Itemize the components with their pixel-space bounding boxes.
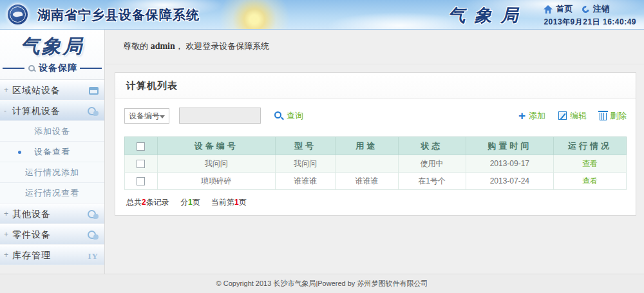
equipment-table: 设备编号 型号 用途 状态 购置时间 运行情况 我问问 我问问 使用中 2013… — [124, 137, 627, 190]
submenu-label: 设备查看 — [34, 147, 70, 156]
nav-home-link[interactable]: 首页 — [556, 3, 573, 15]
row-checkbox[interactable] — [137, 177, 145, 185]
table-header-row: 设备编号 型号 用途 状态 购置时间 运行情况 — [125, 137, 627, 155]
sidebar-subitem-add-run-status[interactable]: 运行情况添加 — [0, 162, 104, 183]
system-title: 湖南省宁乡县设备保障系统 — [37, 6, 200, 24]
footer: © Copyright 2013 长沙市气象局|Powered by 苏州梦图软… — [0, 274, 644, 293]
delete-button[interactable]: 删除 — [600, 110, 627, 122]
refresh-icon — [581, 4, 591, 14]
bureau-emblem-logo — [6, 3, 29, 26]
view-link[interactable]: 查看 — [582, 176, 598, 185]
sidebar-menu: + 区域站设备 - 计算机设备 添加设备 设备查看 运行情况添加 运行情况查看 — [0, 79, 104, 265]
cell-model: 我问问 — [275, 155, 335, 173]
total-records-count: 2 — [142, 198, 146, 207]
submenu-label: 运行情况添加 — [25, 167, 79, 177]
greeting-username: admin — [151, 41, 175, 51]
column-header-use: 用途 — [336, 137, 398, 155]
search-input[interactable] — [179, 108, 261, 124]
expand-plus-indicator: + — [4, 225, 8, 245]
cell-purchase-date: 2013-09-17 — [466, 155, 553, 173]
column-header-run-status: 运行情况 — [554, 137, 627, 155]
expand-plus-indicator: + — [4, 204, 8, 224]
header-datetime: 2013年9月21日 16:40:49 — [544, 17, 636, 28]
greeting-prefix: 尊敬的 — [123, 41, 151, 51]
expand-plus-indicator: + — [4, 245, 8, 265]
search-button-label: 查询 — [287, 110, 303, 122]
collapse-minus-indicator: - — [4, 101, 6, 121]
cell-status: 在1号个 — [398, 173, 466, 190]
sidebar-item-computer-equipment[interactable]: - 计算机设备 — [0, 100, 104, 121]
column-header-code: 设备编号 — [157, 137, 275, 155]
divider — [80, 68, 102, 69]
computer-list-panel: 计算机列表 设备编号 查询 添加 编辑 — [115, 72, 636, 216]
trash-icon — [600, 113, 607, 120]
cell-model: 谁谁谁 — [275, 173, 335, 190]
select-all-checkbox[interactable] — [137, 142, 145, 151]
panel-toolbar: 设备编号 查询 添加 编辑 删除 — [115, 99, 636, 130]
sidebar-item-label: 零件设备 — [12, 225, 51, 245]
sidebar-item-label: 区域站设备 — [12, 80, 61, 100]
magnifier-icon — [28, 65, 35, 71]
tools-icon — [88, 246, 99, 266]
chevron-down-icon — [160, 115, 165, 118]
sidebar-item-label: 其他设备 — [12, 204, 51, 224]
sidebar-subitem-view-equipment[interactable]: 设备查看 — [0, 142, 104, 162]
divider — [3, 68, 24, 69]
sidebar: 气象局 设备保障 + 区域站设备 - 计算机设备 添加设备 设备查看 — [0, 30, 105, 274]
greeting-suffix: ， 欢迎登录设备保障系统 — [175, 41, 270, 51]
pagination-total: 总共2条记录 — [126, 198, 169, 207]
nav-logout-link[interactable]: 注销 — [592, 3, 609, 15]
submenu-label: 添加设备 — [34, 126, 70, 136]
sidebar-item-other-equipment[interactable]: + 其他设备 — [0, 203, 104, 224]
pagination-bar: 总共2条记录 分1页 当前第1页 — [115, 190, 636, 215]
panel-title: 计算机列表 — [115, 73, 636, 99]
column-header-purchase-date: 购置时间 — [466, 137, 553, 155]
edit-button[interactable]: 编辑 — [558, 110, 587, 122]
pagination-current: 当前第1页 — [211, 198, 247, 207]
search-field-select[interactable]: 设备编号 — [124, 108, 169, 124]
top-header: 湖南省宁乡县设备保障系统 气象局 首页 注销 2013年9月21日 16:40:… — [0, 0, 644, 30]
sidebar-item-inventory-management[interactable]: + 库存管理 — [0, 245, 104, 265]
sidebar-item-area-station-equipment[interactable]: + 区域站设备 — [0, 80, 104, 100]
sidebar-item-parts-equipment[interactable]: + 零件设备 — [0, 224, 104, 245]
sidebar-logo-subtitle-row: 设备保障 — [3, 62, 102, 74]
expand-plus-indicator: + — [4, 80, 8, 100]
cell-purchase-date: 2013-07-24 — [466, 173, 553, 190]
search-button[interactable]: 查询 — [274, 110, 303, 122]
copyright-text: © Copyright 2013 长沙市气象局|Powered by 苏州梦图软… — [216, 279, 428, 287]
column-header-model: 型号 — [275, 137, 335, 155]
sidebar-subitem-view-run-status[interactable]: 运行情况查看 — [0, 183, 104, 203]
window-icon — [89, 87, 99, 95]
sidebar-logo-subtitle: 设备保障 — [39, 62, 77, 74]
magnifier-icon — [274, 111, 283, 120]
header-nav: 首页 注销 2013年9月21日 16:40:49 — [544, 3, 636, 28]
search-field-selected-value: 设备编号 — [129, 111, 160, 120]
sidebar-item-label: 计算机设备 — [12, 101, 61, 121]
column-header-status: 状态 — [398, 137, 466, 155]
view-link[interactable]: 查看 — [582, 159, 598, 168]
select-all-header — [125, 137, 158, 155]
bubbles-icon — [88, 210, 99, 219]
edit-button-label: 编辑 — [570, 110, 587, 122]
cell-use: 谁谁谁 — [336, 173, 398, 190]
table-row: 我问问 我问问 使用中 2013-09-17 查看 — [125, 155, 627, 173]
row-checkbox[interactable] — [137, 160, 145, 168]
sidebar-subitem-add-equipment[interactable]: 添加设备 — [0, 121, 104, 142]
home-icon — [544, 5, 553, 14]
pagination-pages: 分1页 — [180, 198, 200, 207]
submenu-label: 运行情况查看 — [25, 188, 79, 198]
sidebar-logo: 气象局 设备保障 — [0, 30, 104, 74]
bubbles-icon — [88, 107, 99, 116]
sidebar-logo-title: 气象局 — [0, 33, 104, 60]
active-bullet-icon — [18, 151, 21, 154]
main-content: 尊敬的 admin， 欢迎登录设备保障系统 计算机列表 设备编号 查询 添加 — [106, 30, 644, 274]
bureau-title: 气象局 — [426, 4, 549, 27]
page-count: 1 — [188, 198, 193, 207]
current-page-number: 1 — [234, 198, 239, 207]
cell-use — [336, 155, 398, 173]
delete-button-label: 删除 — [610, 110, 627, 122]
sidebar-submenu-computer: 添加设备 设备查看 运行情况添加 运行情况查看 — [0, 121, 104, 203]
add-button[interactable]: 添加 — [518, 110, 545, 122]
action-button-group: 添加 编辑 删除 — [506, 110, 627, 122]
bubbles-icon — [88, 231, 99, 240]
